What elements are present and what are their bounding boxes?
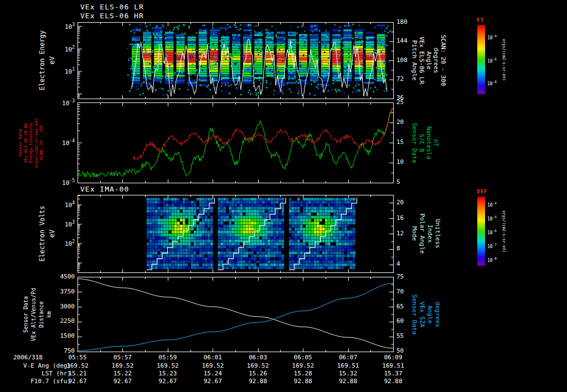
vertical-label: eV xyxy=(48,56,56,64)
vertical-label: degrees xyxy=(432,48,440,73)
vertical-label: Electron Energy xyxy=(38,30,46,90)
right-axis-tick-label: 144 xyxy=(396,37,408,44)
time-tick-label: 05:59 xyxy=(151,354,184,361)
colorbar-tick-label: 10-8 xyxy=(487,80,497,86)
right-axis-tick-label: 8 xyxy=(396,245,400,252)
y-axis-tick-label: 103 xyxy=(32,22,75,30)
vertical-label: VEx ELS-06 LR xyxy=(418,37,425,84)
right-axis-tick-label: 15 xyxy=(396,138,404,146)
right-axis-tick-label: 60 xyxy=(396,317,404,324)
y-axis-tick-label: 10-3 xyxy=(32,99,75,107)
panel4-lineplot-canvas xyxy=(78,277,394,352)
footer-value: 92.67 xyxy=(151,378,184,385)
vertical-label: km xyxy=(46,311,52,317)
panel3-spectrogram-canvas xyxy=(78,195,394,273)
time-tick-label: 06:03 xyxy=(241,354,275,361)
right-axis-tick-label: 10 xyxy=(396,158,404,166)
vertical-label: Energy Intensity xyxy=(28,122,33,162)
y-axis-tick-label: 4500 xyxy=(32,273,75,280)
footer-value: 92.67 xyxy=(61,378,94,385)
vertical-label: Sensor Data xyxy=(23,296,29,332)
footer-value: 15.21 xyxy=(61,370,94,377)
colorbar-def-title: DEF xyxy=(477,189,487,194)
footer-value: 92.67 xyxy=(106,378,139,385)
right-axis-tick-label: 55 xyxy=(396,332,404,339)
vertical-label: VEx SZA xyxy=(419,301,426,327)
vertical-label: VEx ELS-06 LR Bk xyxy=(23,122,28,162)
date-label: 2006/318 xyxy=(13,354,43,361)
time-tick-label: 05:55 xyxy=(61,354,94,361)
colorbar-tick-label: 10-8 xyxy=(487,256,497,263)
y-axis-tick-label: 3750 xyxy=(32,288,75,295)
footer-value: 92.88 xyxy=(241,378,275,385)
footer-value: 15.23 xyxy=(151,370,184,377)
colorbar-tick-label: 10-6 xyxy=(487,57,497,64)
footer-value: 15.37 xyxy=(377,370,410,377)
right-axis-tick-label: 12 xyxy=(396,230,404,237)
vertical-label: Unitless xyxy=(434,219,441,249)
vertical-label: Sensor Data xyxy=(411,122,418,163)
footer-value: 169.52 xyxy=(106,362,139,369)
vertical-label: Angle xyxy=(426,305,434,323)
vertical-label: Polar Angle xyxy=(419,214,426,254)
time-tick-label: 06:05 xyxy=(286,354,319,361)
colorbar-unit-label: ergs/(cm2-s-sr-eV) xyxy=(502,210,506,252)
footer-value: 169.52 xyxy=(61,362,94,369)
right-axis-tick-label: 5 xyxy=(396,178,400,185)
vertical-label: Angle xyxy=(425,51,432,69)
vertical-label: Sensor Data xyxy=(18,129,23,157)
vertical-label: eV xyxy=(48,230,56,238)
right-axis-tick-label: 72 xyxy=(396,75,404,82)
time-tick-label: 06:09 xyxy=(377,354,410,361)
right-axis-tick-label: 20 xyxy=(396,199,404,206)
footer-value: 15.26 xyxy=(241,370,275,377)
vertical-label: degrees xyxy=(434,301,441,327)
footer-value: 92.67 xyxy=(196,378,229,385)
vertical-label: Index xyxy=(426,224,434,243)
footer-value: 169.51 xyxy=(332,362,365,369)
right-axis-tick-label: 70 xyxy=(396,288,404,295)
y-axis-tick-label: 10-5 xyxy=(32,178,75,187)
colorbar-def xyxy=(477,197,485,266)
vertical-label: SCAN: 20 - 150 xyxy=(39,125,44,160)
colorbar-tick-label: 10-4 xyxy=(487,201,497,208)
vertical-label: Mode xyxy=(411,226,418,241)
vertical-label: Electron Volts xyxy=(38,205,46,261)
panel1-spectrogram-canvas xyxy=(78,22,394,99)
time-tick-label: 06:07 xyxy=(332,354,365,361)
footer-value: 169.52 xyxy=(286,362,319,369)
right-axis-tick-label: 108 xyxy=(396,56,408,64)
right-axis-tick-label: 180 xyxy=(396,18,408,25)
colorbar-ei-title: EI xyxy=(477,17,484,23)
time-tick-label: 05:57 xyxy=(106,354,139,361)
vertical-label: Distance xyxy=(38,301,44,327)
vertical-label: Pitch Angle xyxy=(411,40,418,81)
vertical-label: SCAN: 20 - 300 xyxy=(440,35,447,86)
colorbar-ei xyxy=(477,25,485,94)
footer-value: 169.52 xyxy=(196,362,229,369)
footer-value: 169.51 xyxy=(377,362,410,369)
footer-value: 92.88 xyxy=(332,378,365,385)
y-axis-tick-label: 1500 xyxy=(32,332,75,339)
colorbar-tick-label: 10-5 xyxy=(487,215,497,221)
footer-value: 15.28 xyxy=(286,370,319,377)
colorbar-unit-label: ergs/(cm2-s-sr-eV) xyxy=(502,39,506,81)
footer-value: 15.24 xyxy=(196,370,229,377)
right-axis-tick-label: 20 xyxy=(396,118,404,126)
colorbar-tick-label: 10-4 xyxy=(487,34,497,40)
right-axis-tick-label: 16 xyxy=(396,214,404,221)
panel2-lineplot-canvas xyxy=(78,102,394,183)
panel3-title: VEx IMA-00 xyxy=(80,185,129,193)
vertical-label: nT xyxy=(432,139,440,146)
footer-value: 169.52 xyxy=(151,362,184,369)
footer-value: 169.52 xyxy=(241,362,275,369)
colorbar-tick-label: 10-6 xyxy=(487,229,497,235)
right-axis-tick-label: 25 xyxy=(396,99,404,106)
right-axis-tick-label: 65 xyxy=(396,303,404,310)
vertical-label: S/C B xyxy=(418,133,425,152)
vertical-label: VEx Alt/Venus/Pd xyxy=(30,287,37,341)
right-axis-tick-label: 75 xyxy=(396,273,404,280)
panel1-title-lr: VEx ELS-06 LR xyxy=(80,3,144,11)
time-tick-label: 06:01 xyxy=(196,354,229,361)
footer-value: 15.32 xyxy=(332,370,365,377)
